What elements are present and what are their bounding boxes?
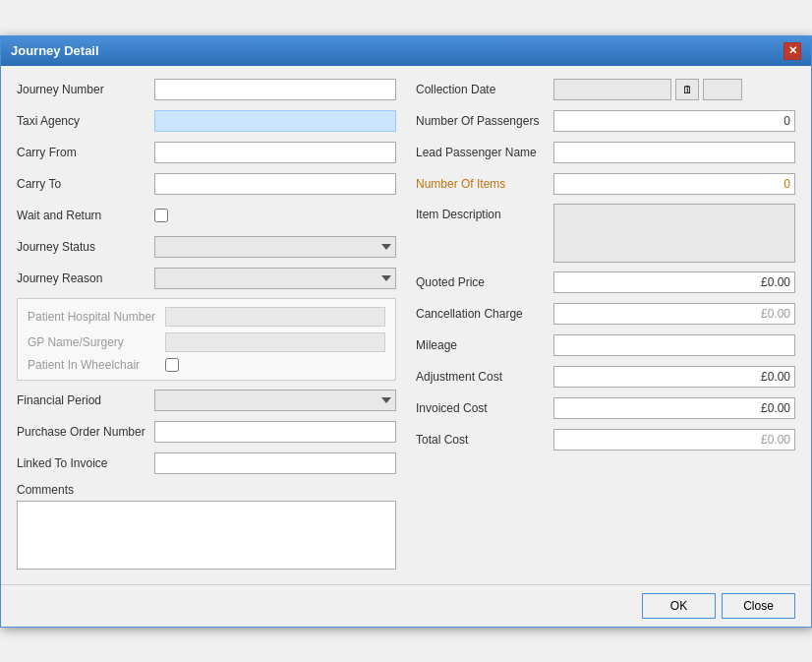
comments-label: Comments [17, 483, 154, 497]
journey-number-input[interactable] [154, 79, 396, 100]
wait-return-row: Wait and Return [17, 204, 396, 227]
cancellation-row: Cancellation Charge [416, 302, 795, 326]
journey-status-label: Journey Status [17, 240, 154, 254]
linked-invoice-row: Linked To Invoice [17, 451, 396, 475]
taxi-agency-label: Taxi Agency [17, 114, 154, 128]
collection-date-controls: 🗓 [553, 79, 742, 100]
patient-wheelchair-row: Patient In Wheelchair [28, 358, 385, 372]
lead-passenger-row: Lead Passenger Name [416, 141, 795, 164]
journey-status-select[interactable] [154, 236, 396, 258]
linked-invoice-input[interactable] [154, 452, 396, 474]
num-items-input[interactable] [553, 173, 795, 195]
patient-hospital-label: Patient Hospital Number [28, 310, 165, 324]
adjustment-row: Adjustment Cost [416, 365, 795, 389]
cancellation-input[interactable] [553, 303, 795, 325]
num-items-row: Number Of Items [416, 172, 795, 196]
item-desc-label: Item Description [416, 204, 553, 221]
gp-name-input[interactable] [165, 332, 385, 352]
taxi-agency-input[interactable] [154, 110, 396, 132]
carry-from-row: Carry From [17, 141, 396, 164]
financial-period-select[interactable] [154, 390, 396, 411]
invoiced-label: Invoiced Cost [416, 401, 553, 415]
item-desc-textarea[interactable] [553, 204, 795, 263]
button-bar: OK Close [1, 584, 811, 627]
adjustment-label: Adjustment Cost [416, 370, 553, 384]
patient-hospital-row: Patient Hospital Number [28, 307, 385, 327]
purchase-order-label: Purchase Order Number [17, 425, 154, 439]
mileage-input[interactable] [553, 334, 795, 356]
total-input[interactable] [553, 429, 795, 451]
left-column: Journey Number Taxi Agency Carry From Ca… [17, 78, 396, 572]
close-icon[interactable]: ✕ [783, 42, 801, 60]
gp-name-row: GP Name/Surgery [28, 332, 385, 352]
mileage-row: Mileage [416, 333, 795, 357]
comments-textarea[interactable] [17, 501, 396, 570]
journey-reason-label: Journey Reason [17, 271, 154, 285]
num-passengers-input[interactable] [553, 110, 795, 132]
wait-return-checkbox[interactable] [154, 209, 168, 222]
patient-hospital-input[interactable] [165, 307, 385, 327]
num-passengers-label: Number Of Passengers [416, 114, 553, 128]
wait-return-label: Wait and Return [17, 209, 154, 222]
total-cost-row: Total Cost [416, 428, 795, 451]
invoiced-input[interactable] [553, 397, 795, 419]
financial-period-row: Financial Period [17, 389, 396, 412]
num-passengers-row: Number Of Passengers [416, 109, 795, 133]
journey-reason-row: Journey Reason [17, 267, 396, 290]
title-bar: Journey Detail ✕ [1, 36, 811, 66]
main-columns: Journey Number Taxi Agency Carry From Ca… [17, 78, 795, 572]
invoiced-row: Invoiced Cost [416, 396, 795, 420]
journey-detail-dialog: Journey Detail ✕ Journey Number Taxi Age… [0, 35, 812, 628]
carry-to-label: Carry To [17, 177, 154, 191]
comments-section: Comments [17, 483, 396, 572]
mileage-label: Mileage [416, 338, 553, 352]
dialog-title: Journey Detail [11, 43, 99, 58]
collection-date-input[interactable] [553, 79, 671, 100]
total-label: Total Cost [416, 433, 553, 447]
purchase-order-row: Purchase Order Number [17, 420, 396, 444]
journey-number-label: Journey Number [17, 83, 154, 96]
quoted-price-label: Quoted Price [416, 275, 553, 289]
item-desc-row: Item Description [416, 204, 795, 263]
taxi-agency-row: Taxi Agency [17, 109, 396, 133]
quoted-price-input[interactable] [553, 271, 795, 293]
gp-name-label: GP Name/Surgery [28, 335, 165, 349]
collection-time-input[interactable] [703, 79, 742, 100]
adjustment-input[interactable] [553, 366, 795, 388]
num-items-label: Number Of Items [416, 177, 553, 191]
patient-wheelchair-checkbox[interactable] [165, 358, 179, 372]
cancellation-label: Cancellation Charge [416, 307, 553, 321]
patient-wheelchair-label: Patient In Wheelchair [28, 358, 165, 372]
lead-passenger-label: Lead Passenger Name [416, 146, 553, 159]
carry-from-input[interactable] [154, 142, 396, 163]
patient-group: Patient Hospital Number GP Name/Surgery … [17, 298, 396, 381]
calendar-icon[interactable]: 🗓 [675, 79, 699, 100]
collection-date-label: Collection Date [416, 83, 553, 96]
ok-button[interactable]: OK [642, 593, 716, 619]
close-button[interactable]: Close [722, 593, 795, 619]
collection-date-row: Collection Date 🗓 [416, 78, 795, 101]
linked-invoice-label: Linked To Invoice [17, 456, 154, 470]
journey-number-row: Journey Number [17, 78, 396, 101]
lead-passenger-input[interactable] [553, 142, 795, 163]
purchase-order-input[interactable] [154, 421, 396, 443]
right-column: Collection Date 🗓 Number Of Passengers L… [416, 78, 795, 572]
financial-period-label: Financial Period [17, 393, 154, 407]
carry-from-label: Carry From [17, 146, 154, 159]
journey-reason-select[interactable] [154, 268, 396, 289]
journey-status-row: Journey Status [17, 235, 396, 259]
carry-to-row: Carry To [17, 172, 396, 196]
carry-to-input[interactable] [154, 173, 396, 195]
dialog-body: Journey Number Taxi Agency Carry From Ca… [1, 66, 811, 584]
quoted-price-row: Quoted Price [416, 271, 795, 294]
